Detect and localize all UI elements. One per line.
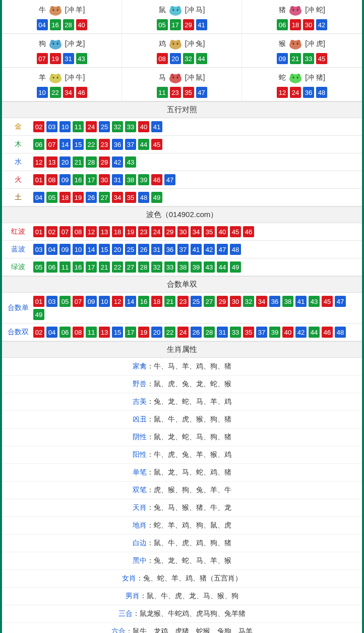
data-row: 土04051819262734354849 xyxy=(2,189,362,206)
number-ball: 19 xyxy=(73,192,84,203)
number-ball: 05 xyxy=(33,261,44,273)
svg-point-14 xyxy=(297,10,298,11)
attr-row: 白边：鼠、牛、虎、鸡、狗、猪 xyxy=(2,535,362,552)
number-ball: 04 xyxy=(33,192,44,203)
number-ball: 06 xyxy=(59,327,71,338)
number-ball: 28 xyxy=(63,19,74,30)
number-ball: 19 xyxy=(50,53,61,64)
number-ball: 11 xyxy=(157,87,168,98)
data-row: 红波0102070812131819232429303435404546 xyxy=(2,223,362,241)
number-ball: 25 xyxy=(99,121,110,132)
zodiac-icon xyxy=(167,37,184,51)
svg-point-18 xyxy=(52,43,54,45)
number-ball: 12 xyxy=(112,296,123,307)
number-ball: 23 xyxy=(138,226,149,237)
svg-point-37 xyxy=(176,74,180,78)
zodiac-icon xyxy=(167,3,184,17)
attr-key: 吉美 xyxy=(133,397,147,405)
zodiac-icon xyxy=(287,3,304,17)
zodiac-conflict: [冲 鼠] xyxy=(185,73,205,82)
number-ball: 41 xyxy=(196,19,207,30)
row-label: 水 xyxy=(6,157,30,167)
number-ball: 43 xyxy=(204,261,215,273)
row-label: 红波 xyxy=(6,227,30,236)
attr-val: ：牛、马、羊、鸡、狗、猪 xyxy=(147,362,231,370)
attr-row: 家禽：牛、马、羊、鸡、狗、猪 xyxy=(2,358,362,376)
row-balls: 0108091617303138394647 xyxy=(33,174,175,185)
zodiac-cell: 蛇[冲 猪]12243648 xyxy=(242,68,362,101)
number-ball: 04 xyxy=(46,327,57,338)
number-ball: 43 xyxy=(76,53,87,64)
row-label: 蓝波 xyxy=(6,245,30,254)
number-ball: 03 xyxy=(33,244,44,255)
svg-point-1 xyxy=(50,6,54,10)
number-ball: 13 xyxy=(46,156,57,168)
attr-val: ：牛、虎、兔、羊、猴、鸡 xyxy=(147,450,231,458)
row-label: 合数双 xyxy=(6,328,30,337)
number-ball: 48 xyxy=(335,327,346,338)
zodiac-balls: 10223446 xyxy=(2,87,122,98)
zodiac-balls: 04162840 xyxy=(2,19,122,30)
number-ball: 32 xyxy=(112,121,123,132)
row-balls: 0102070812131819232429303435404546 xyxy=(33,226,254,237)
svg-point-32 xyxy=(56,74,60,78)
zodiac-name: 羊 xyxy=(39,73,46,82)
number-ball: 07 xyxy=(46,139,57,150)
attr-row: 凶丑：鼠、牛、虎、猴、狗、猪 xyxy=(2,411,362,429)
number-ball: 42 xyxy=(204,244,215,255)
svg-point-42 xyxy=(296,74,300,78)
svg-point-19 xyxy=(56,43,58,45)
number-ball: 18 xyxy=(59,192,71,203)
attr-val: ：虎、猴、狗、兔、羊、牛 xyxy=(147,486,231,494)
number-ball: 12 xyxy=(33,156,44,168)
number-ball: 39 xyxy=(191,261,202,273)
number-ball: 24 xyxy=(151,226,162,237)
zodiac-conflict: [冲 牛] xyxy=(65,73,85,82)
number-ball: 33 xyxy=(125,121,136,132)
number-ball: 48 xyxy=(316,87,327,98)
number-ball: 35 xyxy=(125,192,136,203)
svg-point-8 xyxy=(172,10,174,11)
zodiac-conflict: [冲 蛇] xyxy=(305,6,325,15)
svg-point-17 xyxy=(56,40,60,44)
svg-point-29 xyxy=(297,43,298,45)
number-ball: 46 xyxy=(322,327,333,338)
attr-key: 女肖 xyxy=(122,574,136,582)
number-ball: 34 xyxy=(63,87,74,98)
data-row: 合数双0204060811131517192022242628313335373… xyxy=(2,324,362,341)
row-balls: 04051819262734354849 xyxy=(33,192,162,203)
attr-val: ：鼠、牛、虎、鸡、狗、猪 xyxy=(147,539,231,547)
zodiac-header: 羊[冲 牛] xyxy=(2,71,122,85)
zodiac-cell: 狗[冲 龙]07193143 xyxy=(2,34,122,68)
zodiac-name: 牛 xyxy=(39,6,46,15)
number-ball: 10 xyxy=(73,244,84,255)
svg-point-21 xyxy=(170,40,174,44)
attr-val: ：兔、马、猴、猪、牛、龙 xyxy=(147,503,231,511)
attr-key: 白边 xyxy=(133,539,147,547)
number-ball: 38 xyxy=(125,174,136,185)
attr-row: 阳性：牛、虎、兔、羊、猴、鸡 xyxy=(2,446,362,464)
number-ball: 28 xyxy=(204,327,215,338)
number-ball: 44 xyxy=(138,139,149,150)
number-ball: 30 xyxy=(230,296,241,307)
data-row: 合数单0103050709101214161821232527293032343… xyxy=(2,293,362,324)
number-ball: 10 xyxy=(99,296,110,307)
number-ball: 28 xyxy=(86,156,97,168)
number-ball: 21 xyxy=(99,261,110,273)
number-ball: 02 xyxy=(33,327,44,338)
zodiac-header: 蛇[冲 猪] xyxy=(242,71,362,85)
number-ball: 42 xyxy=(316,19,327,30)
number-ball: 06 xyxy=(277,19,288,30)
number-ball: 15 xyxy=(112,327,123,338)
data-row: 金02031011242532334041 xyxy=(2,118,362,136)
row-label: 绿波 xyxy=(6,262,30,272)
row-balls: 05061116172122272832333839434449 xyxy=(33,261,241,273)
data-row: 火0108091617303138394647 xyxy=(2,171,362,189)
number-ball: 14 xyxy=(59,139,71,150)
svg-point-33 xyxy=(52,77,54,79)
data-row: 木06071415222336374445 xyxy=(2,136,362,153)
zodiac-name: 蛇 xyxy=(279,73,286,82)
number-ball: 41 xyxy=(295,296,307,307)
number-ball: 05 xyxy=(157,19,168,30)
zodiac-header: 猪[冲 蛇] xyxy=(242,3,362,17)
